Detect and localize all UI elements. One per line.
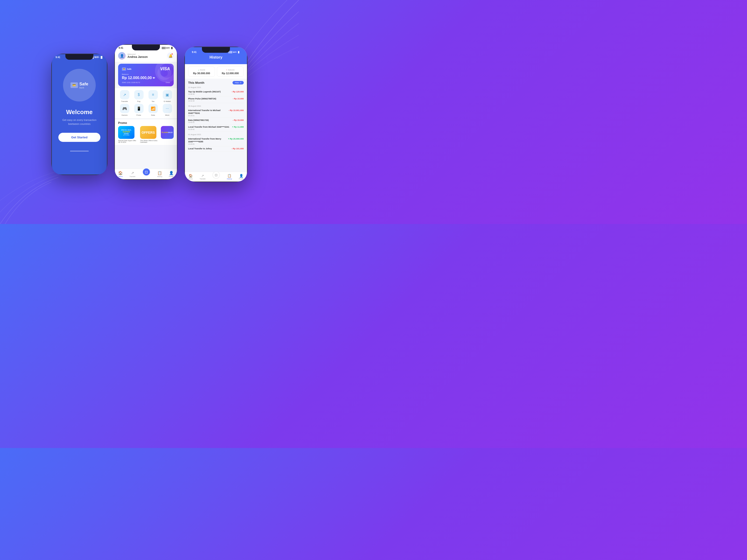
- welcome-title: Welcome: [66, 108, 93, 116]
- outcome-arrow: ↑: [226, 69, 227, 71]
- tx-time: 13:46:50: [188, 93, 231, 95]
- status-icons-3: ▐▐▐ WiFi ▐▌: [228, 51, 240, 53]
- promo-card-2[interactable]: OFFERS: [140, 126, 156, 139]
- h-nav-transfer[interactable]: ↗ Transfer: [200, 174, 206, 180]
- data-label: Data: [151, 114, 155, 116]
- h-home-icon: 🏠: [189, 174, 192, 178]
- phones-container: 9:41 ▐▐▐ WiFi ▐▌ 💳 Safe Bank: [51, 42, 248, 182]
- action-data[interactable]: 📶 Data: [147, 104, 159, 116]
- action-ewallet[interactable]: ▣ E-Wallet: [161, 90, 174, 102]
- filter-icon: ↺: [240, 82, 241, 84]
- promo-card-3[interactable]: FLASH SALE!: [161, 126, 174, 139]
- battery-icon: ▐▌: [100, 56, 103, 59]
- credit-card[interactable]: 💳 Safe VISA Balance Rp 12.000.000,00 👁 3…: [118, 64, 174, 86]
- h-home-label: Home: [188, 178, 193, 180]
- tx-name: Data (085627881726): [188, 119, 232, 122]
- status-icons-2: ▐▐▐ WiFi ▐▌: [161, 47, 173, 49]
- h-history-icon: 📋: [227, 174, 231, 178]
- user-name: Andrea Janson: [127, 55, 148, 59]
- get-started-button[interactable]: Get Started: [58, 133, 100, 142]
- pulse-label: Pulse: [136, 114, 141, 116]
- tx-name: Phone Pulse (08562788l726): [188, 98, 232, 100]
- notification-bell[interactable]: 🔔: [167, 53, 174, 59]
- games-label: Games: [122, 114, 128, 116]
- user-info: 👤 Welcome! Andrea Janson: [118, 52, 148, 59]
- table-row[interactable]: Data (085627881726) 13:42:51 - Rp 15.000: [188, 118, 244, 125]
- pay-icon: $: [134, 90, 144, 99]
- home-nav-icon: 🏠: [118, 171, 123, 175]
- action-tax[interactable]: ≡ Tax: [147, 90, 159, 102]
- h-history-label: History: [227, 178, 232, 180]
- phone-home: 9:41 ▐▐▐ WiFi ▐▌ 👤 Welcome! Andrea Janso…: [114, 44, 177, 180]
- qr-button[interactable]: ⊡: [142, 168, 151, 176]
- action-pulse[interactable]: 📱 Pulse: [132, 104, 145, 116]
- table-row[interactable]: International Transfer from Merry 3340**…: [188, 136, 244, 146]
- more-label: More: [165, 114, 169, 116]
- filter-button[interactable]: Filter ↺: [232, 81, 244, 84]
- safe-logo-sub: Bank: [79, 86, 88, 89]
- h-profile-icon: 👤: [239, 174, 243, 178]
- h-qr-button[interactable]: ⊡: [212, 171, 220, 179]
- battery-icon-2: ▐▌: [171, 47, 173, 49]
- tx-amount-wrapper: - Rp 101.000: [231, 148, 244, 150]
- nav-qr[interactable]: ⊡: [142, 172, 151, 176]
- action-pay[interactable]: $ Pay: [132, 90, 145, 102]
- notification-dot: [171, 53, 173, 55]
- safe-logo-icon: 💳: [71, 82, 78, 88]
- card-safe-icon: 💳: [122, 68, 126, 71]
- tax-icon: ≡: [149, 90, 158, 99]
- h-nav-history[interactable]: 📋 History: [227, 174, 232, 180]
- h-transfer-icon: ↗: [201, 174, 204, 178]
- tx-info: Phone Pulse (08562788l726) 13:42:30: [188, 98, 232, 102]
- nav-home[interactable]: 🏠 Home: [118, 171, 123, 177]
- tx-info: Local Transfer from Michael 3340****2241…: [188, 126, 232, 130]
- data-icon: 📶: [149, 104, 158, 113]
- tx-name: Top Up Mobile Legends (992167): [188, 90, 231, 93]
- promo-section: Promo SPECIAL DEAL SUPER OFFER UP TO 60%…: [115, 119, 177, 145]
- table-row[interactable]: Phone Pulse (08562788l726) 13:42:30 - Rp…: [188, 96, 244, 103]
- action-more[interactable]: ··· More: [161, 104, 174, 116]
- nav-history[interactable]: 📋 History: [157, 171, 162, 177]
- table-row[interactable]: Local Transfer from Michael 3340****2241…: [188, 125, 244, 132]
- signal-icon-2: ▐▐▐: [161, 47, 165, 49]
- month-label: This Month: [188, 81, 204, 84]
- tx-amount-wrapper: - Rp 15.000: [232, 98, 244, 100]
- action-games[interactable]: 🎮 Games: [118, 104, 131, 116]
- welcome-content: 💳 Safe Bank Welcome Get easy on every tr…: [52, 59, 107, 149]
- table-row[interactable]: Top Up Mobile Legends (992167) 13:46:50 …: [188, 89, 244, 96]
- history-nav-label: History: [157, 176, 162, 177]
- nav-transfer[interactable]: ↗ Transfer: [130, 171, 136, 177]
- safe-logo-name: Safe: [79, 82, 88, 86]
- history-bottom-nav: 🏠 Home ↗ Transfer ⊡ 📋 History 👤 Profile: [185, 172, 247, 182]
- welcome-label: Welcome!: [127, 53, 148, 55]
- h-nav-qr[interactable]: ⊡: [212, 175, 220, 179]
- tx-name: Local Transfer from Michael 3340****2241: [188, 126, 232, 129]
- tx-name: International Transfer from Merry 3340**…: [188, 138, 228, 143]
- home-indicator-1: [70, 151, 89, 152]
- promo-cards: SPECIAL DEAL SUPER OFFER UP TO 60% Speci…: [118, 126, 174, 143]
- action-transfer[interactable]: ↗ Transfer: [118, 90, 131, 102]
- eye-icon[interactable]: 👁: [153, 77, 155, 79]
- table-row[interactable]: International Transfer to Michael 3340**…: [188, 108, 244, 117]
- transfer-icon: ↗: [120, 90, 129, 99]
- nav-profile[interactable]: 👤 Profile: [169, 171, 174, 177]
- profile-nav-icon: 👤: [169, 171, 174, 175]
- summary-cards: ↓ Income Rp 30.000.000 ↑ Outcome Rp 12.0…: [185, 64, 247, 79]
- h-nav-home[interactable]: 🏠 Home: [188, 174, 193, 180]
- tx-name: International Transfer to Michael 3340**…: [188, 109, 229, 114]
- income-card: ↓ Income Rp 30.000.000: [188, 66, 215, 77]
- phone-welcome: 9:41 ▐▐▐ WiFi ▐▌ 💳 Safe Bank: [51, 54, 107, 175]
- status-time-2: 9:41: [119, 47, 123, 49]
- promo-desc-1: Special Deal Super Offer Up To 60%: [118, 140, 139, 143]
- income-amount: Rp 30.000.000: [190, 72, 213, 75]
- tx-info: Top Up Mobile Legends (992167) 13:46:50: [188, 90, 231, 95]
- date-01-aug: 01 August 2021: [188, 133, 244, 136]
- card-decoration-2: [157, 66, 171, 80]
- notch-1: [66, 54, 93, 60]
- table-row[interactable]: Local Transfer to Johny - Rp 101.000: [188, 146, 244, 152]
- pulse-icon: 📱: [134, 104, 144, 113]
- promo-card-1[interactable]: SPECIAL DEAL SUPER OFFER UP TO 60%: [118, 126, 134, 139]
- promo-offers-text: OFFERS: [142, 131, 155, 134]
- h-nav-profile[interactable]: 👤 Profile: [239, 174, 243, 180]
- card-brand-name: Safe: [127, 68, 131, 70]
